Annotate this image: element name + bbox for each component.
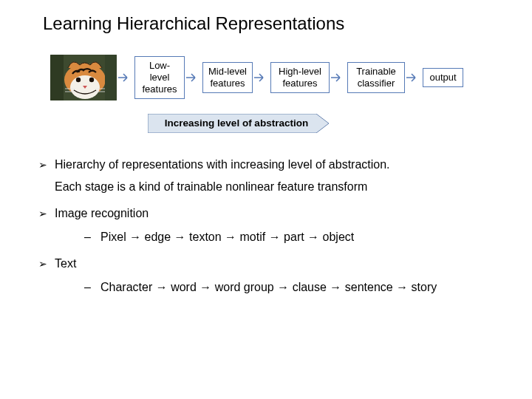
bullet-image-recognition-label: Image recognition	[55, 207, 149, 219]
bullet-hierarchy: Hierarchy of representations with increa…	[38, 158, 510, 194]
arrow-icon	[408, 75, 420, 81]
bullet-text: Text Character → word → word group → cla…	[38, 257, 510, 294]
arrow-icon	[188, 75, 200, 81]
svg-point-3	[76, 78, 81, 82]
box-low-level-features: Low-level features	[134, 56, 185, 100]
bullet-image-recognition-chain: Pixel → edge → texton → motif → part → o…	[71, 231, 510, 244]
pipeline-row: Low-level features Mid-level features Hi…	[50, 55, 510, 100]
bullet-list: Hierarchy of representations with increa…	[38, 158, 510, 294]
bullet-hierarchy-line1: Hierarchy of representations with increa…	[55, 158, 390, 171]
box-high-level-features: High-level features	[270, 62, 330, 94]
svg-rect-6	[105, 55, 117, 100]
abstraction-banner-label: Increasing level of abstraction	[152, 114, 321, 133]
bullet-text-chain: Character → word → word group → clause →…	[71, 281, 510, 294]
box-mid-level-features: Mid-level features	[202, 62, 253, 94]
slide-title: Learning Hierarchical Representations	[43, 13, 510, 34]
box-trainable-classifier: Trainable classifier	[347, 62, 405, 94]
abstraction-banner: Increasing level of abstraction	[148, 114, 329, 133]
bullet-image-recognition: Image recognition Pixel → edge → texton …	[38, 207, 510, 244]
arrow-icon	[120, 75, 132, 81]
svg-point-4	[89, 78, 94, 82]
bullet-text-label: Text	[55, 257, 76, 270]
box-output: output	[423, 68, 463, 87]
bullet-hierarchy-line2: Each stage is a kind of trainable nonlin…	[55, 180, 510, 194]
arrow-icon	[332, 75, 344, 81]
input-image-tiger	[50, 55, 117, 100]
arrow-icon	[256, 75, 267, 81]
svg-rect-5	[50, 55, 64, 100]
